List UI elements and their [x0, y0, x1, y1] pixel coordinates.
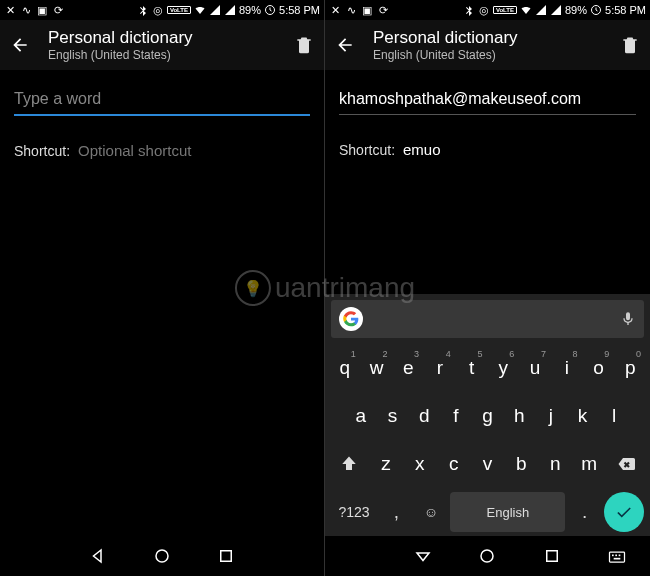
bluetooth-icon	[137, 4, 149, 16]
image-icon: ▣	[361, 4, 373, 16]
svg-rect-5	[546, 551, 557, 562]
content-area: Shortcut:	[325, 70, 650, 162]
key-c[interactable]: c	[439, 444, 469, 484]
bluetooth-icon	[463, 4, 475, 16]
key-y[interactable]: y6	[490, 348, 518, 388]
comma-key[interactable]: ,	[381, 492, 412, 532]
nav-recent[interactable]	[543, 547, 561, 565]
wifi-icon	[520, 4, 532, 16]
space-key[interactable]: English	[450, 492, 565, 532]
signal-icon	[535, 4, 547, 16]
emoji-key[interactable]: ☺	[416, 492, 447, 532]
word-input[interactable]	[14, 84, 310, 116]
svg-rect-8	[615, 555, 617, 557]
key-v[interactable]: v	[473, 444, 503, 484]
key-p[interactable]: p0	[616, 348, 644, 388]
volte-badge: VoLTE	[493, 6, 517, 14]
volte-badge: VoLTE	[167, 6, 191, 14]
key-o[interactable]: o9	[585, 348, 613, 388]
battery-icon	[590, 4, 602, 16]
svg-rect-6	[609, 552, 624, 562]
symbols-key[interactable]: ?123	[331, 492, 377, 532]
svg-point-4	[481, 550, 493, 562]
screen-right: ✕ ∿ ▣ ⟳ ◎ VoLTE 89% 5:58 PM	[325, 0, 650, 576]
key-b[interactable]: b	[506, 444, 536, 484]
suggestion-bar[interactable]	[331, 300, 644, 338]
toolbar: Personal dictionary English (United Stat…	[0, 20, 324, 70]
battery-text: 89%	[239, 4, 261, 16]
mic-icon[interactable]	[620, 311, 636, 327]
sync-icon: ⟳	[377, 4, 389, 16]
page-subtitle: English (United States)	[48, 48, 276, 62]
nfc-icon: ◎	[152, 4, 164, 16]
nav-home[interactable]	[153, 547, 171, 565]
backspace-key[interactable]	[608, 444, 644, 484]
key-u[interactable]: u7	[521, 348, 549, 388]
word-input[interactable]	[339, 84, 636, 115]
svg-rect-10	[614, 558, 621, 560]
nav-home[interactable]	[478, 547, 496, 565]
shortcut-input[interactable]	[403, 137, 636, 162]
status-icon: ✕	[329, 4, 341, 16]
status-icon: ∿	[345, 4, 357, 16]
image-icon: ▣	[36, 4, 48, 16]
battery-icon	[264, 4, 276, 16]
key-t[interactable]: t5	[458, 348, 486, 388]
key-e[interactable]: e3	[394, 348, 422, 388]
key-a[interactable]: a	[347, 396, 375, 436]
key-l[interactable]: l	[600, 396, 628, 436]
enter-key[interactable]	[604, 492, 644, 532]
clock-text: 5:58 PM	[279, 4, 320, 16]
key-k[interactable]: k	[569, 396, 597, 436]
sync-icon: ⟳	[52, 4, 64, 16]
status-icon: ∿	[20, 4, 32, 16]
key-h[interactable]: h	[505, 396, 533, 436]
nav-back[interactable]	[89, 547, 107, 565]
key-n[interactable]: n	[540, 444, 570, 484]
content-area: Shortcut:	[0, 70, 324, 163]
key-s[interactable]: s	[379, 396, 407, 436]
page-title: Personal dictionary	[373, 28, 602, 48]
delete-button[interactable]	[620, 35, 640, 55]
back-button[interactable]	[10, 35, 30, 55]
page-title: Personal dictionary	[48, 28, 276, 48]
nav-bar	[325, 536, 650, 576]
svg-point-1	[156, 550, 168, 562]
status-icon: ✕	[4, 4, 16, 16]
key-g[interactable]: g	[474, 396, 502, 436]
nav-recent[interactable]	[217, 547, 235, 565]
key-z[interactable]: z	[371, 444, 401, 484]
key-d[interactable]: d	[410, 396, 438, 436]
nav-bar	[0, 536, 324, 576]
status-bar: ✕ ∿ ▣ ⟳ ◎ VoLTE 89% 5:58 PM	[0, 0, 324, 20]
clock-text: 5:58 PM	[605, 4, 646, 16]
keyboard: q1w2e3r4t5y6u7i8o9p0 asdfghjkl zxcvbnm ?…	[325, 294, 650, 536]
nav-back[interactable]	[414, 547, 432, 565]
key-i[interactable]: i8	[553, 348, 581, 388]
svg-rect-9	[619, 555, 621, 557]
key-r[interactable]: r4	[426, 348, 454, 388]
screen-left: ✕ ∿ ▣ ⟳ ◎ VoLTE 89% 5:58 PM	[0, 0, 325, 576]
shortcut-label: Shortcut:	[14, 143, 70, 159]
key-m[interactable]: m	[574, 444, 604, 484]
back-button[interactable]	[335, 35, 355, 55]
shortcut-label: Shortcut:	[339, 142, 395, 158]
signal-icon	[209, 4, 221, 16]
key-w[interactable]: w2	[363, 348, 391, 388]
keyboard-switch-icon[interactable]	[607, 547, 627, 565]
period-key[interactable]: .	[569, 492, 600, 532]
delete-button[interactable]	[294, 35, 314, 55]
shortcut-input[interactable]	[78, 138, 310, 163]
key-f[interactable]: f	[442, 396, 470, 436]
signal-icon	[550, 4, 562, 16]
shift-key[interactable]	[331, 444, 367, 484]
svg-rect-7	[612, 555, 614, 557]
battery-text: 89%	[565, 4, 587, 16]
google-icon[interactable]	[339, 307, 363, 331]
key-j[interactable]: j	[537, 396, 565, 436]
key-x[interactable]: x	[405, 444, 435, 484]
nfc-icon: ◎	[478, 4, 490, 16]
key-q[interactable]: q1	[331, 348, 359, 388]
toolbar: Personal dictionary English (United Stat…	[325, 20, 650, 70]
status-bar: ✕ ∿ ▣ ⟳ ◎ VoLTE 89% 5:58 PM	[325, 0, 650, 20]
